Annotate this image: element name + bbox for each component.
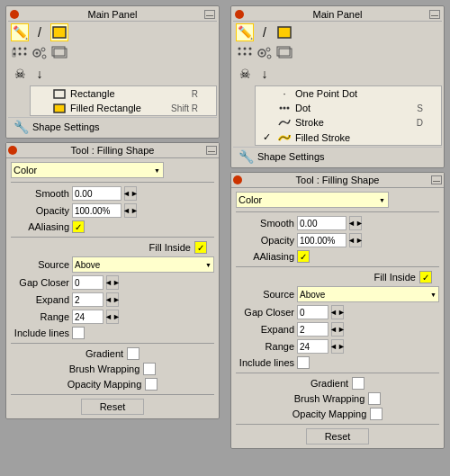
- aliasing-row-left: AAliasing ✓: [11, 220, 214, 233]
- panel-close-btn-left[interactable]: [10, 10, 19, 19]
- main-panel-right-titlebar: Main Panel —: [233, 8, 442, 22]
- svg-point-29: [280, 107, 283, 110]
- dots-grid-icon-right[interactable]: [236, 44, 254, 62]
- shape-settings-btn-right[interactable]: 🔧 Shape Settings: [233, 147, 442, 166]
- svg-point-24: [261, 52, 264, 55]
- panel-close-btn-right[interactable]: [235, 10, 244, 19]
- shape-dropdown-right: · One Point Dot Dot S Stroke: [255, 85, 442, 146]
- tool-panel-close-left[interactable]: [8, 146, 17, 155]
- opacity-arrow-left[interactable]: ◄►: [124, 203, 137, 218]
- layers-icon[interactable]: [50, 44, 68, 62]
- smooth-arrow-right[interactable]: ◄►: [349, 216, 362, 230]
- brush-wrapping-checkbox-right[interactable]: [368, 392, 381, 405]
- gradient-checkbox-right[interactable]: [352, 377, 364, 390]
- shape-settings-btn-left[interactable]: 🔧 Shape Settings: [8, 117, 217, 136]
- layers-icon-right[interactable]: [275, 44, 293, 62]
- aliasing-label-left: AAliasing: [11, 221, 69, 232]
- gap-closer-arrow-left[interactable]: ◄►: [106, 275, 119, 290]
- expand-input-right[interactable]: [297, 322, 328, 337]
- tool-panel-close-right[interactable]: [233, 175, 242, 184]
- pencil-tool-icon-right[interactable]: ✏️: [236, 23, 254, 41]
- menu-item-stroke[interactable]: Stroke D: [256, 115, 441, 130]
- menu-item-filled-rectangle[interactable]: Filled Rectangle Shift R: [31, 101, 216, 115]
- gap-closer-input-right[interactable]: [297, 305, 328, 319]
- gap-closer-arrow-right[interactable]: ◄►: [331, 305, 344, 319]
- gradient-checkbox-left[interactable]: [127, 347, 140, 360]
- opacity-mapping-checkbox-right[interactable]: [370, 408, 382, 420]
- menu-item-rectangle[interactable]: Rectangle R: [31, 86, 216, 101]
- line-tool-icon-right[interactable]: /: [256, 23, 274, 41]
- tool-panel-right-titlebar: Tool : Filling Shape —: [231, 173, 444, 188]
- menu-item-filled-stroke[interactable]: ✓ Filled Stroke: [256, 130, 441, 145]
- rect-tool-icon-right[interactable]: [275, 23, 293, 41]
- opacity-mapping-checkbox-left[interactable]: [145, 378, 158, 391]
- source-dropdown-left[interactable]: Above: [72, 256, 214, 273]
- source-dropdown-right[interactable]: Above: [297, 286, 439, 302]
- rect-tool-icon[interactable]: [50, 23, 68, 41]
- menu-item-one-point-dot[interactable]: · One Point Dot: [256, 86, 441, 101]
- wrench-icon-right: 🔧: [238, 149, 254, 164]
- include-lines-checkbox-left[interactable]: [72, 327, 85, 339]
- expand-label-left: Expand: [11, 294, 69, 305]
- gap-closer-input-left[interactable]: [72, 275, 104, 290]
- svg-point-22: [249, 53, 252, 56]
- toolbar-row-left: ✏️ /: [8, 22, 217, 43]
- smooth-input-right[interactable]: [297, 216, 346, 230]
- tool-panel-min-left[interactable]: —: [206, 146, 217, 155]
- range-arrow-right[interactable]: ◄►: [331, 339, 344, 354]
- menu-item-dot[interactable]: Dot S: [256, 101, 441, 115]
- expand-input-left[interactable]: [72, 292, 104, 307]
- gap-closer-label-right: Gap Closer: [236, 307, 294, 318]
- opacity-arrow-right[interactable]: ◄►: [349, 233, 362, 247]
- range-input-left[interactable]: [72, 310, 104, 324]
- aliasing-label-right: AAliasing: [236, 251, 294, 262]
- expand-arrow-left[interactable]: ◄►: [106, 292, 119, 307]
- svg-point-5: [19, 53, 22, 56]
- smooth-input-left[interactable]: [72, 186, 122, 201]
- aliasing-checkbox-left[interactable]: ✓: [72, 220, 85, 233]
- line-tool-icon[interactable]: /: [31, 23, 49, 41]
- reset-button-left[interactable]: Reset: [81, 399, 145, 415]
- gear-dots-icon-right[interactable]: [256, 44, 274, 62]
- arrow-down-icon[interactable]: ↓: [31, 65, 49, 83]
- skull-icon[interactable]: ☠: [11, 65, 29, 83]
- opacity-input-left[interactable]: [72, 203, 122, 218]
- gap-closer-row-left: Gap Closer ◄►: [11, 275, 214, 290]
- fill-inside-label-left: Fill Inside: [149, 242, 191, 253]
- svg-point-17: [238, 48, 241, 50]
- opacity-input-right[interactable]: [297, 233, 346, 247]
- smooth-row-right: Smooth ◄►: [236, 216, 439, 230]
- range-arrow-left[interactable]: ◄►: [106, 310, 119, 324]
- gear-dots-icon[interactable]: [31, 44, 49, 62]
- reset-button-right[interactable]: Reset: [306, 428, 370, 445]
- panel-minimize-btn-right[interactable]: —: [429, 10, 440, 19]
- range-input-right[interactable]: [297, 339, 328, 354]
- fill-inside-checkbox-left[interactable]: ✓: [194, 241, 207, 254]
- include-lines-checkbox-right[interactable]: [297, 356, 310, 369]
- brush-wrapping-row-left: Brush Wrapping: [11, 363, 214, 375]
- pencil-tool-icon[interactable]: ✏️: [11, 23, 29, 41]
- color-selector-left[interactable]: Color: [11, 162, 164, 178]
- dots-grid-icon[interactable]: [11, 44, 29, 62]
- include-lines-label-right: Include lines: [236, 357, 294, 368]
- fill-inside-checkbox-right[interactable]: ✓: [419, 271, 432, 283]
- tool-panel-right-title: Tool : Filling Shape: [235, 175, 440, 185]
- gradient-row-right: Gradient: [236, 377, 439, 390]
- expand-arrow-right[interactable]: ◄►: [331, 322, 344, 337]
- opacity-mapping-label-right: Opacity Mapping: [292, 409, 367, 419]
- tool-panel-min-right[interactable]: —: [431, 175, 442, 184]
- skull-icon-right[interactable]: ☠: [236, 65, 254, 83]
- rect-filled-icon: [52, 103, 67, 113]
- range-row-left: Range ◄►: [11, 310, 214, 324]
- gradient-label-left: Gradient: [86, 348, 123, 359]
- color-selector-right[interactable]: Color: [236, 192, 389, 208]
- panel-minimize-btn-left[interactable]: —: [204, 10, 215, 19]
- dot-icon: ·: [277, 88, 292, 99]
- brush-wrapping-checkbox-left[interactable]: [143, 363, 156, 375]
- stroke-icon: [277, 117, 292, 128]
- aliasing-checkbox-right[interactable]: ✓: [297, 250, 310, 263]
- shape-dropdown-left: Rectangle R Filled Rectangle Shift R: [30, 85, 217, 116]
- gradient-row-left: Gradient: [11, 347, 214, 360]
- smooth-arrow-left[interactable]: ◄►: [124, 186, 137, 201]
- arrow-down-icon-right[interactable]: ↓: [256, 65, 274, 83]
